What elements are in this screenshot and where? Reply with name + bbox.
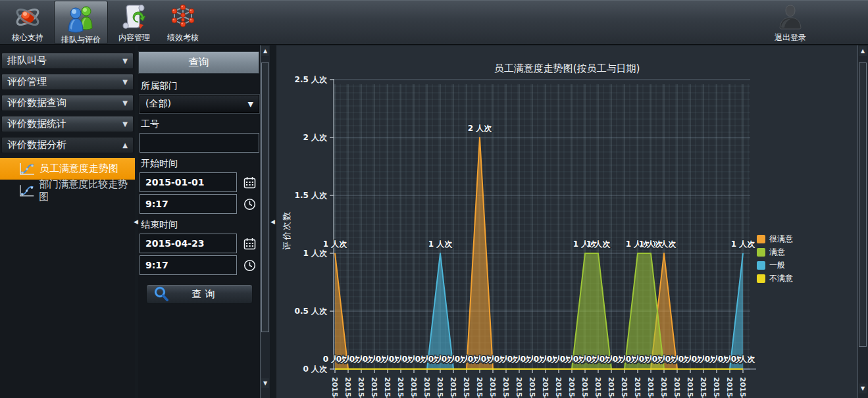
chart-container: 员工满意度走势图(按员工与日期) 评价次数 0 人次0.5 人次1 人次1.5 …	[276, 45, 857, 398]
logout-label: 退出登录	[775, 32, 806, 43]
svg-text:2015-03-14: 2015-03-14	[594, 377, 602, 398]
svg-text:0 人次: 0 人次	[303, 364, 328, 374]
legend-label: 很满意	[769, 234, 793, 245]
clock-icon[interactable]	[242, 258, 257, 272]
legend-item-satisfied[interactable]: 满意	[757, 247, 793, 258]
svg-text:2015-02-13: 2015-02-13	[488, 377, 497, 398]
svg-text:1.5 人次: 1.5 人次	[295, 191, 328, 200]
toolbar-item-performance-review[interactable]: 绩效考核	[161, 1, 205, 44]
search-icon	[152, 286, 172, 303]
main-toolbar: 核心支持 排队与评价	[0, 0, 868, 45]
collapse-query-panel-arrow[interactable]: ◀	[270, 218, 275, 225]
legend-label: 不满意	[769, 273, 793, 284]
svg-text:2015-03-25: 2015-03-25	[633, 377, 642, 398]
start-time-input[interactable]	[140, 194, 237, 214]
svg-text:2015-01-15: 2015-01-15	[383, 377, 392, 398]
collapse-sidebar-arrow[interactable]: ◀	[134, 218, 138, 225]
toolbar-item-label: 绩效考核	[167, 32, 199, 43]
svg-text:2015-03-11: 2015-03-11	[580, 377, 589, 398]
query-button[interactable]: 查 询	[146, 284, 253, 304]
svg-text:2015-03-18: 2015-03-18	[607, 377, 615, 398]
svg-text:1 人次: 1 人次	[731, 239, 756, 249]
sidebar-section-evaluation-data-analysis[interactable]: 评价数据分析 ▲	[1, 137, 134, 153]
end-time-label: 结束时间	[141, 219, 259, 231]
chart-legend: 很满意 满意 一般 不满意	[757, 234, 793, 284]
section-label: 评价管理	[7, 76, 47, 88]
employee-id-label: 工号	[141, 118, 259, 130]
line-chart-icon	[18, 162, 36, 176]
employee-id-input[interactable]	[140, 133, 259, 153]
legend-item-unsatisfied[interactable]: 不满意	[757, 273, 793, 284]
satisfaction-trend-chart[interactable]: 0 人次0.5 人次1 人次1.5 人次2 人次2.5 人次2015-01-01…	[276, 50, 857, 398]
sidebar-item-department-satisfaction-compare[interactable]: 部门满意度比较走势图	[0, 180, 135, 201]
toolbar-item-label: 内容管理	[118, 32, 150, 43]
start-date-input[interactable]	[140, 172, 237, 192]
query-panel-scrollbar[interactable]: ▲ ▼	[260, 45, 270, 398]
svg-text:2015-04-01: 2015-04-01	[659, 377, 668, 398]
svg-text:1 人次: 1 人次	[323, 239, 348, 249]
calendar-icon[interactable]	[242, 175, 257, 189]
sidebar-item-label: 部门满意度比较走势图	[39, 178, 135, 203]
chevron-up-icon: ▲	[122, 141, 128, 149]
svg-text:1 人次: 1 人次	[639, 239, 664, 249]
toolbar-item-label: 排队与评价	[61, 34, 101, 45]
svg-text:0.5 人次: 0.5 人次	[295, 307, 328, 316]
sidebar-item-employee-satisfaction-trend[interactable]: 员工满意度走势图	[0, 158, 135, 180]
sidebar-section-queue-calling[interactable]: 排队叫号 ▼	[1, 53, 134, 69]
svg-text:2015-01-19: 2015-01-19	[396, 377, 405, 398]
svg-text:2015-01-05: 2015-01-05	[344, 377, 352, 398]
clock-icon[interactable]	[242, 197, 257, 211]
legend-item-very-satisfied[interactable]: 很满意	[757, 234, 793, 245]
end-time-input[interactable]	[140, 255, 237, 275]
svg-text:2015-01-30: 2015-01-30	[436, 377, 444, 398]
user-icon	[777, 3, 804, 32]
sidebar-section-evaluation-data-query[interactable]: 评价数据查询 ▼	[1, 95, 134, 111]
legend-swatch	[757, 248, 765, 257]
query-panel-title: 查询	[138, 51, 259, 74]
scroll-up-arrow[interactable]: ▲	[261, 46, 269, 56]
performance-review-icon	[168, 3, 197, 32]
chevron-down-icon: ▼	[248, 100, 253, 109]
svg-text:2015-02-21: 2015-02-21	[515, 377, 523, 398]
svg-text:2015-04-16: 2015-04-16	[712, 377, 721, 398]
svg-text:2015-04-09: 2015-04-09	[686, 377, 694, 398]
department-label: 所属部门	[141, 80, 259, 92]
svg-text:2015-02-17: 2015-02-17	[501, 377, 510, 398]
legend-item-neutral[interactable]: 一般	[757, 260, 793, 271]
svg-text:0 人次: 0 人次	[731, 355, 756, 364]
legend-swatch	[757, 235, 765, 243]
scroll-down-arrow[interactable]: ▼	[261, 378, 269, 388]
query-panel: 查询 所属部门 (全部) ▼ 工号 开始时间	[138, 45, 270, 398]
section-label: 评价数据分析	[7, 139, 66, 151]
section-label: 评价数据查询	[7, 97, 66, 109]
svg-text:2015-03-03: 2015-03-03	[554, 377, 563, 398]
calendar-icon[interactable]	[242, 236, 257, 251]
svg-text:2 人次: 2 人次	[468, 124, 493, 133]
svg-text:1 人次: 1 人次	[428, 239, 453, 249]
sidebar-section-evaluation-data-stats[interactable]: 评价数据统计 ▼	[1, 116, 134, 132]
scroll-up-arrow[interactable]: ▲	[859, 46, 867, 56]
content-management-icon	[120, 3, 149, 32]
sidebar-section-evaluation-management[interactable]: 评价管理 ▼	[1, 74, 134, 90]
scroll-down-arrow[interactable]: ▼	[859, 384, 867, 393]
chevron-down-icon: ▼	[122, 78, 128, 86]
scrollbar-thumb[interactable]	[261, 62, 269, 332]
svg-text:2015-01-26: 2015-01-26	[422, 377, 431, 398]
toolbar-item-content-management[interactable]: 内容管理	[112, 1, 157, 44]
svg-text:1 人次: 1 人次	[586, 239, 611, 249]
legend-label: 满意	[769, 247, 785, 258]
toolbar-item-core-support[interactable]: 核心支持	[5, 1, 50, 44]
department-select[interactable]: (全部) ▼	[140, 95, 259, 113]
chart-scrollbar[interactable]: ▲ ▼	[857, 45, 868, 398]
chevron-down-icon: ▼	[122, 57, 128, 64]
end-date-input[interactable]	[140, 234, 237, 253]
svg-text:2.5 人次: 2.5 人次	[295, 75, 328, 84]
svg-text:2015-02-06: 2015-02-06	[462, 377, 471, 398]
svg-text:1 人次: 1 人次	[303, 249, 328, 258]
svg-text:2015-01-12: 2015-01-12	[370, 377, 378, 398]
navigation-sidebar: 排队叫号 ▼ 评价管理 ▼ 评价数据查询 ▼ 评价数据统计 ▼ 评价数据分析 ▲…	[0, 45, 135, 398]
svg-text:2015-04-23: 2015-04-23	[738, 377, 747, 398]
logout-button[interactable]: 退出登录	[768, 1, 813, 44]
scrollbar-thumb[interactable]	[859, 62, 867, 347]
toolbar-item-queue-evaluation[interactable]: 排队与评价	[54, 1, 108, 44]
